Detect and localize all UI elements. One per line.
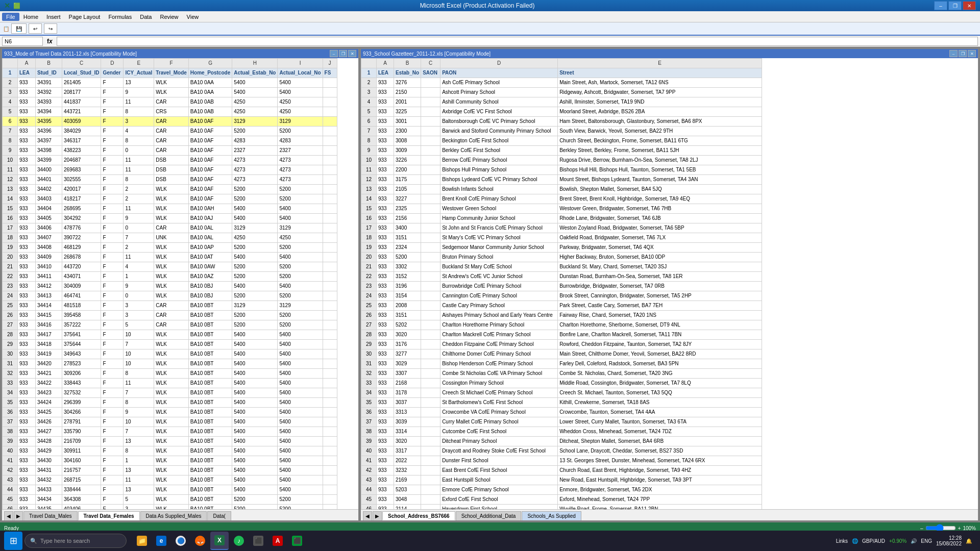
cell-r17c4[interactable]: 0 bbox=[124, 223, 154, 233]
cell-r42c7[interactable]: 5400 bbox=[232, 466, 278, 475]
r-cell-r2c4[interactable]: Main Street, Ash, Martock, Somerset, TA1… bbox=[558, 78, 762, 88]
cell-r44c3[interactable]: F bbox=[101, 485, 124, 495]
cell-r5c9[interactable] bbox=[323, 107, 337, 117]
taskbar-explorer[interactable]: 📁 bbox=[133, 532, 151, 550]
r-cell-r14c3[interactable]: Brent Knoll CofE Primary School bbox=[440, 194, 558, 204]
cell-r24c8[interactable]: 5200 bbox=[278, 291, 323, 301]
cell-r7c1[interactable]: 34396 bbox=[36, 127, 62, 136]
r-cell-r21c1[interactable]: 3302 bbox=[394, 262, 421, 272]
r-cell-r21c0[interactable]: 933 bbox=[377, 262, 394, 272]
cell-r23c3[interactable]: F bbox=[101, 282, 124, 291]
r-cell-r39c4[interactable]: Ditcheat, Shepton Mallet, Somerset, BA4 … bbox=[558, 437, 762, 446]
col-header-f[interactable]: F bbox=[154, 59, 189, 68]
r-cell-r33c4[interactable]: Middle Road, Cossington, Bridgwater, Som… bbox=[558, 379, 762, 388]
cell-r20c6[interactable]: BA10 0AT bbox=[188, 253, 232, 262]
restore-btn[interactable]: ❐ bbox=[948, 1, 962, 10]
cell-r10c2[interactable]: 204687 bbox=[62, 156, 101, 165]
r-cell-r29c3[interactable]: Cheddon Fitzpaine CofE Primary School bbox=[440, 340, 558, 349]
r-cell-r5c4[interactable]: Moorland Street, Axbridge, BS26 2BA bbox=[558, 107, 762, 117]
r-cell-r45c3[interactable]: Exford CofE First School bbox=[440, 495, 558, 505]
cell-r45c6[interactable]: BA10 0BT bbox=[188, 495, 232, 505]
cell-r10c4[interactable]: 11 bbox=[124, 156, 154, 165]
r-cell-r6c2[interactable] bbox=[421, 117, 440, 127]
r-cell-r21c4[interactable]: Buckland St. Mary, Chard, Somerset, TA20… bbox=[558, 262, 762, 272]
cell-r32c2[interactable]: 309206 bbox=[62, 369, 101, 379]
cell-r28c5[interactable]: WLK bbox=[154, 330, 189, 340]
r-cell-r3c3[interactable]: Ashcott Primary School bbox=[440, 88, 558, 97]
r-cell-r5c1[interactable]: 3225 bbox=[394, 107, 421, 117]
cell-r40c5[interactable]: WLK bbox=[154, 446, 189, 456]
r-cell-r43c3[interactable]: East Huntspill School bbox=[440, 475, 558, 485]
cell-r3c8[interactable]: 5400 bbox=[278, 88, 323, 97]
taskbar-search[interactable]: 🔍 Type here to search bbox=[24, 534, 127, 548]
menu-home[interactable]: Home bbox=[19, 13, 42, 21]
cell-r40c7[interactable]: 5400 bbox=[232, 446, 278, 456]
cell-r37c4[interactable]: 10 bbox=[124, 417, 154, 427]
r-cell-r12c2[interactable] bbox=[421, 175, 440, 185]
r-cell-r43c0[interactable]: 933 bbox=[377, 475, 394, 485]
cell-r14c9[interactable] bbox=[323, 194, 337, 204]
col-header-b[interactable]: B bbox=[36, 59, 62, 68]
cell-r22c9[interactable] bbox=[323, 272, 337, 282]
cell-r21c7[interactable]: 5200 bbox=[232, 262, 278, 272]
tab-travel-males[interactable]: Travel Data_Males bbox=[23, 511, 78, 520]
cell-r45c4[interactable]: 5 bbox=[124, 495, 154, 505]
cell-r42c2[interactable]: 216757 bbox=[62, 466, 101, 475]
cell-r40c6[interactable]: BA10 0BT bbox=[188, 446, 232, 456]
zoom-out-btn[interactable]: – bbox=[920, 525, 923, 531]
cell-r9c5[interactable]: CAR bbox=[154, 146, 189, 156]
r-cell-r5c3[interactable]: Axbridge CofE VC First School bbox=[440, 107, 558, 117]
cell-r38c3[interactable]: F bbox=[101, 427, 124, 437]
wb-right-close[interactable]: ✕ bbox=[968, 50, 976, 57]
r-cell-r40c2[interactable] bbox=[421, 446, 440, 456]
cell-r23c2[interactable]: 304009 bbox=[62, 282, 101, 291]
cell-r26c9[interactable] bbox=[323, 311, 337, 320]
cell-r30c7[interactable]: 5400 bbox=[232, 349, 278, 359]
r-cell-r11c2[interactable] bbox=[421, 165, 440, 175]
r-cell-r32c4[interactable]: Combe St. Nicholas, Chard, Somerset, TA2… bbox=[558, 369, 762, 379]
r-cell-r46c3[interactable]: Hayesdown First School bbox=[440, 505, 558, 510]
cell-r16c8[interactable]: 5400 bbox=[278, 214, 323, 223]
cell-r21c9[interactable] bbox=[323, 262, 337, 272]
cell-r17c6[interactable]: BA10 0AL bbox=[188, 223, 232, 233]
cell-r35c7[interactable]: 5400 bbox=[232, 398, 278, 408]
r-cell-r29c1[interactable]: 3176 bbox=[394, 340, 421, 349]
r-cell-r6c3[interactable]: Baltonsborough CofE VC Primary School bbox=[440, 117, 558, 127]
cell-r25c3[interactable]: F bbox=[101, 301, 124, 311]
cell-r41c1[interactable]: 34430 bbox=[36, 456, 62, 466]
r-cell-r11c0[interactable]: 933 bbox=[377, 165, 394, 175]
cell-r24c2[interactable]: 464741 bbox=[62, 291, 101, 301]
r-cell-r28c4[interactable]: Bonfire Lane, Charlton Mackrell, Somerse… bbox=[558, 330, 762, 340]
cell-r18c1[interactable]: 34407 bbox=[36, 233, 62, 243]
wb-left-max[interactable]: ❐ bbox=[339, 50, 347, 57]
r-cell-r9c3[interactable]: Berkley CofE First School bbox=[440, 146, 558, 156]
cell-r31c8[interactable]: 5400 bbox=[278, 359, 323, 369]
cell-r6c8[interactable]: 3129 bbox=[278, 117, 323, 127]
cell-r27c9[interactable] bbox=[323, 320, 337, 330]
cell-r2c6[interactable]: BA10 0AA bbox=[188, 78, 232, 88]
cell-r32c5[interactable]: WLK bbox=[154, 369, 189, 379]
cell-r22c8[interactable]: 5200 bbox=[278, 272, 323, 282]
r-cell-r42c4[interactable]: Church Road, East Brent, Highbridge, Som… bbox=[558, 466, 762, 475]
cell-r6c4[interactable]: 3 bbox=[124, 117, 154, 127]
cell-r33c1[interactable]: 34422 bbox=[36, 379, 62, 388]
cell-r44c8[interactable]: 5400 bbox=[278, 485, 323, 495]
cell-r46c1[interactable]: 34435 bbox=[36, 505, 62, 510]
cell-r33c7[interactable]: 5400 bbox=[232, 379, 278, 388]
cell-r42c1[interactable]: 34431 bbox=[36, 466, 62, 475]
cell-r16c1[interactable]: 34405 bbox=[36, 214, 62, 223]
cell-r27c8[interactable]: 5200 bbox=[278, 320, 323, 330]
zoom-in-btn[interactable]: + bbox=[958, 525, 961, 531]
close-btn[interactable]: ✕ bbox=[963, 1, 976, 10]
cell-r43c1[interactable]: 34432 bbox=[36, 475, 62, 485]
tab-data4[interactable]: Data( bbox=[207, 511, 231, 520]
cell-r7c0[interactable]: 933 bbox=[18, 127, 36, 136]
cell-r14c6[interactable]: BA10 0AF bbox=[188, 194, 232, 204]
cell-r7c4[interactable]: 4 bbox=[124, 127, 154, 136]
cell-r43c8[interactable]: 5400 bbox=[278, 475, 323, 485]
cell-r12c1[interactable]: 34401 bbox=[36, 175, 62, 185]
cell-r40c2[interactable]: 309911 bbox=[62, 446, 101, 456]
cell-r6c3[interactable]: F bbox=[101, 117, 124, 127]
r-cell-r16c4[interactable]: Rhode Lane, Bridgwater, Somerset, TA6 6J… bbox=[558, 214, 762, 223]
cell-r44c9[interactable] bbox=[323, 485, 337, 495]
